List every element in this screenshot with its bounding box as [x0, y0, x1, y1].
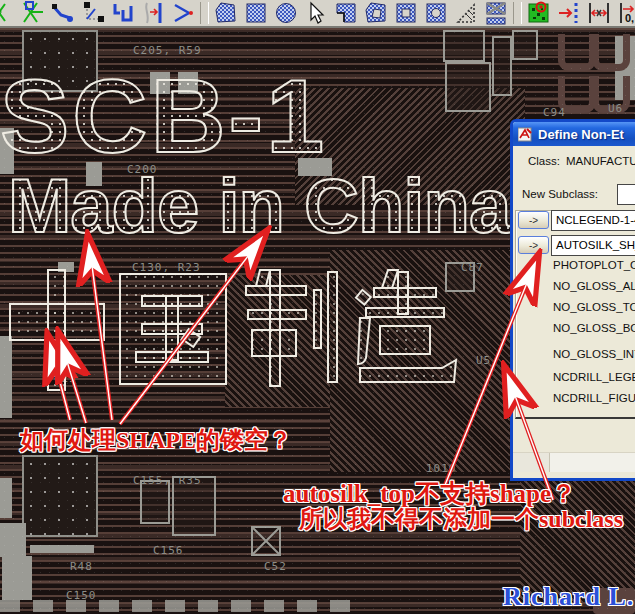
ref-label: U6 — [608, 102, 623, 115]
shape-select-icon[interactable] — [301, 1, 331, 25]
allegro-pcb-editor-window: 0, — [0, 0, 635, 614]
new-subclass-label: New Subclass: — [522, 188, 598, 200]
pad — [443, 30, 485, 62]
select-subclass-button[interactable]: -> — [518, 236, 549, 254]
shape-add-rect-icon[interactable] — [241, 1, 271, 25]
ref-label: C87 — [461, 261, 484, 274]
shape-check-icon[interactable] — [451, 1, 481, 25]
subclass-item: NO_GLOSS_TOP — [553, 301, 635, 313]
silkscreen-chinese-strokes — [8, 266, 458, 396]
annotation-question-2: autosilk_top不支持shape？ 所以我不得不添加一个subclass — [283, 481, 623, 531]
subclass-item: NO_GLOSS_ALL — [553, 280, 635, 292]
select-subclass-button[interactable]: -> — [518, 211, 549, 229]
pin-row — [30, 545, 94, 553]
void-polygon-icon[interactable] — [361, 1, 391, 25]
void-circle-icon[interactable] — [421, 1, 451, 25]
move-vertex-icon[interactable] — [78, 1, 108, 25]
create-fanout-icon[interactable] — [108, 1, 138, 25]
dialog-app-icon — [518, 127, 533, 142]
annotation-question-2-line2: 所以我不得不添加一个subclass — [299, 507, 623, 531]
subclass-item: NCDRILL_LEGEND — [553, 371, 635, 383]
toolbar-separator — [513, 2, 522, 24]
slide-icon[interactable] — [18, 1, 48, 25]
color-visibility-icon[interactable] — [524, 1, 554, 25]
ref-label: U5 — [476, 354, 491, 367]
pad — [512, 30, 538, 60]
svg-text:0,: 0, — [625, 12, 634, 24]
subclass-name-field[interactable]: AUTOSILK_SH_ — [551, 235, 635, 256]
measure-icon[interactable] — [584, 1, 614, 25]
toolbar: 0, — [0, 0, 635, 28]
ref-label: C52 — [264, 560, 287, 573]
origin-icon[interactable]: 0, — [614, 1, 635, 25]
subclass-name-field[interactable]: NCLEGEND-1-4 — [551, 210, 635, 231]
pad — [492, 36, 512, 96]
dialog-status-bar — [513, 452, 635, 472]
shape-edit-boundary-icon[interactable] — [331, 1, 361, 25]
pad — [0, 523, 26, 557]
edge-pin-row — [0, 600, 360, 612]
dialog-title: Define Non-Et — [538, 127, 624, 142]
snap-pick-icon[interactable] — [554, 1, 584, 25]
fiducial-cross — [251, 526, 281, 556]
rats-icon[interactable] — [168, 1, 198, 25]
signature: Richard L. — [503, 582, 634, 612]
subclass-item: PHOTOPLOT_OUTLINE — [553, 259, 635, 271]
cut-trace-icon[interactable] — [0, 1, 18, 25]
ref-label: C156 — [153, 544, 184, 557]
subclass-item: NCDRILL_FIGURE — [553, 392, 635, 404]
annotation-question-1: 如何处理SHAPE的镂空？ — [20, 424, 292, 456]
add-connect-icon[interactable] — [48, 1, 78, 25]
silkscreen-text-scb1: SCB-1 — [0, 64, 327, 168]
spread-lines-icon[interactable] — [138, 1, 168, 25]
subclass-item: NO_GLOSS_BOTTOM — [553, 322, 635, 334]
class-label: Class: — [528, 155, 560, 167]
define-nonetch-subclass-dialog: Define Non-Et Class: MANUFACTURING New S… — [510, 119, 635, 481]
new-subclass-input[interactable] — [617, 184, 635, 205]
delete-islands-icon[interactable] — [481, 1, 511, 25]
annotation-question-2-line1: autosilk_top不支持shape？ — [283, 480, 576, 507]
toolbar-separator — [200, 2, 209, 24]
pad — [2, 556, 32, 600]
ref-label: C94 — [543, 106, 566, 119]
ic-component — [22, 455, 98, 537]
void-rect-icon[interactable] — [391, 1, 421, 25]
shape-add-polygon-icon[interactable] — [211, 1, 241, 25]
ref-label: C205, R59 — [133, 44, 202, 57]
dialog-title-bar[interactable]: Define Non-Et — [513, 122, 635, 146]
pad — [445, 62, 491, 112]
class-value: MANUFACTURING — [566, 155, 635, 167]
ref-label: R48 — [70, 560, 93, 573]
edge-pad — [0, 478, 12, 518]
ref-label: C150 — [66, 589, 97, 602]
u-pad — [558, 34, 596, 71]
u-pad — [592, 34, 630, 71]
ref-label: 1010 — [426, 462, 457, 475]
ref-label: C155, R35 — [133, 474, 202, 487]
silkscreen-text-made-in-china: Made in China — [8, 168, 510, 244]
subclass-item: NO_GLOSS_INTERNAL — [553, 348, 635, 360]
shape-add-circle-icon[interactable] — [271, 1, 301, 25]
